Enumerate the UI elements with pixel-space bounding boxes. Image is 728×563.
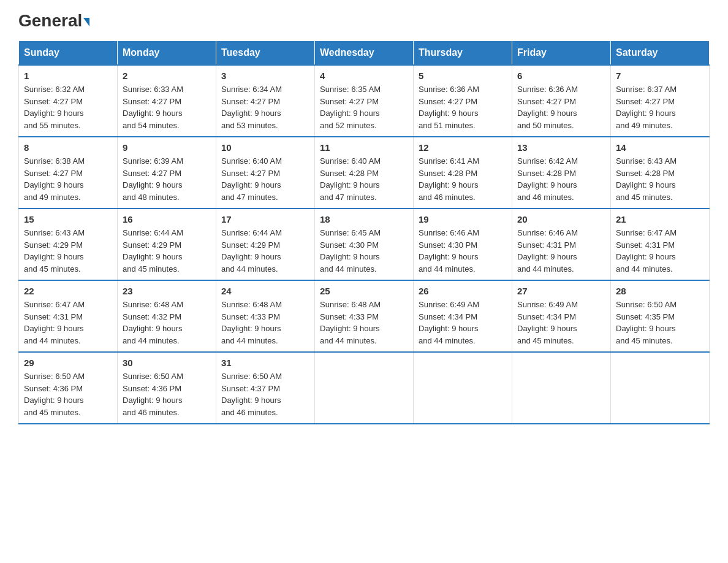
day-info: Sunrise: 6:44 AM Sunset: 4:29 PM Dayligh… [221, 227, 309, 275]
day-number: 5 [419, 71, 507, 81]
day-info: Sunrise: 6:49 AM Sunset: 4:34 PM Dayligh… [419, 299, 507, 347]
table-row [611, 352, 710, 424]
table-row: 31 Sunrise: 6:50 AM Sunset: 4:37 PM Dayl… [216, 352, 315, 424]
logo-general: General [18, 12, 89, 29]
table-row: 3 Sunrise: 6:34 AM Sunset: 4:27 PM Dayli… [216, 65, 315, 137]
day-number: 17 [221, 214, 309, 224]
table-row: 30 Sunrise: 6:50 AM Sunset: 4:36 PM Dayl… [118, 352, 216, 424]
table-row: 6 Sunrise: 6:36 AM Sunset: 4:27 PM Dayli… [512, 65, 611, 137]
header-row: Sunday Monday Tuesday Wednesday Thursday… [19, 41, 710, 66]
day-info: Sunrise: 6:35 AM Sunset: 4:27 PM Dayligh… [320, 83, 408, 131]
day-info: Sunrise: 6:48 AM Sunset: 4:32 PM Dayligh… [123, 299, 211, 347]
day-info: Sunrise: 6:47 AM Sunset: 4:31 PM Dayligh… [24, 299, 112, 347]
calendar-week-5: 29 Sunrise: 6:50 AM Sunset: 4:36 PM Dayl… [19, 352, 710, 424]
table-row: 18 Sunrise: 6:45 AM Sunset: 4:30 PM Dayl… [315, 209, 414, 280]
table-row: 8 Sunrise: 6:38 AM Sunset: 4:27 PM Dayli… [19, 137, 118, 209]
table-row: 10 Sunrise: 6:40 AM Sunset: 4:27 PM Dayl… [216, 137, 315, 209]
calendar-week-1: 1 Sunrise: 6:32 AM Sunset: 4:27 PM Dayli… [19, 65, 710, 137]
day-number: 31 [221, 358, 309, 368]
day-info: Sunrise: 6:48 AM Sunset: 4:33 PM Dayligh… [221, 299, 309, 347]
day-info: Sunrise: 6:38 AM Sunset: 4:27 PM Dayligh… [24, 155, 112, 203]
day-info: Sunrise: 6:50 AM Sunset: 4:36 PM Dayligh… [24, 370, 112, 418]
page-header: General [18, 12, 710, 28]
col-friday: Friday [512, 41, 611, 66]
col-tuesday: Tuesday [216, 41, 315, 66]
day-number: 28 [616, 286, 704, 296]
table-row: 16 Sunrise: 6:44 AM Sunset: 4:29 PM Dayl… [118, 209, 216, 280]
day-info: Sunrise: 6:43 AM Sunset: 4:29 PM Dayligh… [24, 227, 112, 275]
table-row: 4 Sunrise: 6:35 AM Sunset: 4:27 PM Dayli… [315, 65, 414, 137]
table-row: 28 Sunrise: 6:50 AM Sunset: 4:35 PM Dayl… [611, 280, 710, 352]
col-sunday: Sunday [19, 41, 118, 66]
day-number: 20 [517, 214, 605, 224]
table-row [512, 352, 611, 424]
table-row: 13 Sunrise: 6:42 AM Sunset: 4:28 PM Dayl… [512, 137, 611, 209]
table-row: 1 Sunrise: 6:32 AM Sunset: 4:27 PM Dayli… [19, 65, 118, 137]
day-info: Sunrise: 6:36 AM Sunset: 4:27 PM Dayligh… [419, 83, 507, 131]
table-row: 29 Sunrise: 6:50 AM Sunset: 4:36 PM Dayl… [19, 352, 118, 424]
day-number: 29 [24, 358, 112, 368]
day-info: Sunrise: 6:39 AM Sunset: 4:27 PM Dayligh… [123, 155, 211, 203]
day-info: Sunrise: 6:46 AM Sunset: 4:30 PM Dayligh… [419, 227, 507, 275]
calendar-header: Sunday Monday Tuesday Wednesday Thursday… [19, 41, 710, 66]
table-row: 7 Sunrise: 6:37 AM Sunset: 4:27 PM Dayli… [611, 65, 710, 137]
day-info: Sunrise: 6:40 AM Sunset: 4:27 PM Dayligh… [221, 155, 309, 203]
day-info: Sunrise: 6:33 AM Sunset: 4:27 PM Dayligh… [123, 83, 211, 131]
table-row [414, 352, 512, 424]
day-number: 1 [24, 71, 112, 81]
day-number: 7 [616, 71, 704, 81]
day-info: Sunrise: 6:46 AM Sunset: 4:31 PM Dayligh… [517, 227, 605, 275]
day-number: 19 [419, 214, 507, 224]
table-row: 26 Sunrise: 6:49 AM Sunset: 4:34 PM Dayl… [414, 280, 512, 352]
day-number: 26 [419, 286, 507, 296]
calendar-week-2: 8 Sunrise: 6:38 AM Sunset: 4:27 PM Dayli… [19, 137, 710, 209]
day-number: 24 [221, 286, 309, 296]
day-info: Sunrise: 6:37 AM Sunset: 4:27 PM Dayligh… [616, 83, 704, 131]
day-info: Sunrise: 6:41 AM Sunset: 4:28 PM Dayligh… [419, 155, 507, 203]
day-info: Sunrise: 6:32 AM Sunset: 4:27 PM Dayligh… [24, 83, 112, 131]
table-row: 11 Sunrise: 6:40 AM Sunset: 4:28 PM Dayl… [315, 137, 414, 209]
day-number: 16 [123, 214, 211, 224]
calendar-week-3: 15 Sunrise: 6:43 AM Sunset: 4:29 PM Dayl… [19, 209, 710, 280]
day-info: Sunrise: 6:40 AM Sunset: 4:28 PM Dayligh… [320, 155, 408, 203]
day-number: 8 [24, 142, 112, 153]
day-number: 2 [123, 71, 211, 81]
day-info: Sunrise: 6:45 AM Sunset: 4:30 PM Dayligh… [320, 227, 408, 275]
day-info: Sunrise: 6:50 AM Sunset: 4:36 PM Dayligh… [123, 370, 211, 418]
calendar-table: Sunday Monday Tuesday Wednesday Thursday… [18, 40, 710, 424]
day-info: Sunrise: 6:47 AM Sunset: 4:31 PM Dayligh… [616, 227, 704, 275]
day-info: Sunrise: 6:36 AM Sunset: 4:27 PM Dayligh… [517, 83, 605, 131]
day-info: Sunrise: 6:49 AM Sunset: 4:34 PM Dayligh… [517, 299, 605, 347]
day-number: 10 [221, 142, 309, 153]
day-number: 21 [616, 214, 704, 224]
day-info: Sunrise: 6:50 AM Sunset: 4:37 PM Dayligh… [221, 370, 309, 418]
table-row: 2 Sunrise: 6:33 AM Sunset: 4:27 PM Dayli… [118, 65, 216, 137]
calendar-body: 1 Sunrise: 6:32 AM Sunset: 4:27 PM Dayli… [19, 65, 710, 424]
day-number: 15 [24, 214, 112, 224]
day-number: 18 [320, 214, 408, 224]
table-row: 5 Sunrise: 6:36 AM Sunset: 4:27 PM Dayli… [414, 65, 512, 137]
table-row: 15 Sunrise: 6:43 AM Sunset: 4:29 PM Dayl… [19, 209, 118, 280]
day-number: 11 [320, 142, 408, 153]
table-row: 17 Sunrise: 6:44 AM Sunset: 4:29 PM Dayl… [216, 209, 315, 280]
day-number: 23 [123, 286, 211, 296]
day-number: 22 [24, 286, 112, 296]
col-thursday: Thursday [414, 41, 512, 66]
day-number: 12 [419, 142, 507, 153]
logo-triangle-icon [83, 18, 89, 26]
day-info: Sunrise: 6:34 AM Sunset: 4:27 PM Dayligh… [221, 83, 309, 131]
table-row: 12 Sunrise: 6:41 AM Sunset: 4:28 PM Dayl… [414, 137, 512, 209]
table-row: 14 Sunrise: 6:43 AM Sunset: 4:28 PM Dayl… [611, 137, 710, 209]
day-info: Sunrise: 6:50 AM Sunset: 4:35 PM Dayligh… [616, 299, 704, 347]
col-saturday: Saturday [611, 41, 710, 66]
col-wednesday: Wednesday [315, 41, 414, 66]
day-number: 13 [517, 142, 605, 153]
day-info: Sunrise: 6:43 AM Sunset: 4:28 PM Dayligh… [616, 155, 704, 203]
day-number: 30 [123, 358, 211, 368]
col-monday: Monday [118, 41, 216, 66]
day-number: 6 [517, 71, 605, 81]
day-number: 25 [320, 286, 408, 296]
day-info: Sunrise: 6:48 AM Sunset: 4:33 PM Dayligh… [320, 299, 408, 347]
table-row: 25 Sunrise: 6:48 AM Sunset: 4:33 PM Dayl… [315, 280, 414, 352]
day-number: 27 [517, 286, 605, 296]
